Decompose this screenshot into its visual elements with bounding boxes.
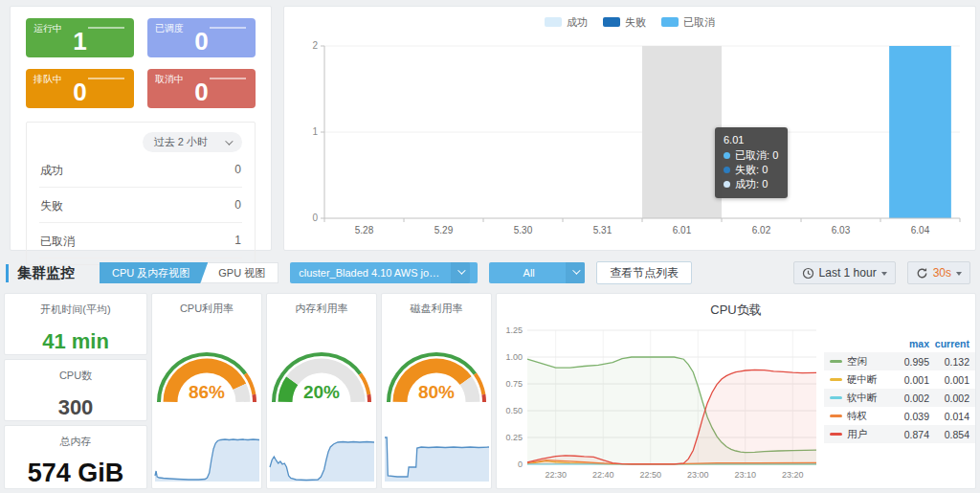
series-name: 用户: [847, 428, 867, 441]
tooltip-value: 0: [762, 178, 768, 190]
section-title: 集群监控: [6, 264, 75, 282]
svg-text:0: 0: [518, 459, 523, 469]
legend-col-current: current: [929, 338, 969, 349]
cluster-stats-column: 开机时间(平均) 41 min CPU数 300 总内存 574 GiB: [4, 293, 147, 489]
tooltip-title: 6.01: [724, 133, 778, 147]
view-node-list-button[interactable]: 查看节点列表: [596, 261, 692, 284]
tooltip-label: 已取消: [735, 149, 772, 161]
svg-text:0.25: 0.25: [505, 433, 523, 442]
chevron-down-icon: [572, 266, 580, 274]
series-current: 0.854: [929, 429, 969, 440]
job-history-panel: 成功 失败 已取消 0125.285.295.305.316.016.026.0…: [283, 6, 976, 251]
refresh-control[interactable]: 30s: [907, 261, 970, 284]
svg-text:5.29: 5.29: [434, 225, 454, 235]
series-swatch-icon: [830, 396, 842, 399]
summary-row-cancelled: 已取消 1: [39, 223, 242, 258]
series-current: 0.132: [929, 356, 969, 368]
svg-text:6.01: 6.01: [673, 225, 692, 235]
svg-text:20%: 20%: [303, 382, 340, 402]
chart-tooltip: 6.01 已取消0 失败0 成功0: [715, 127, 788, 198]
legend-row[interactable]: 硬中断0.0010.001: [824, 370, 975, 389]
svg-text:5.28: 5.28: [355, 225, 374, 235]
stat-card-label: 取消中: [155, 73, 184, 86]
legend-item-cancelled[interactable]: 已取消: [661, 15, 715, 30]
time-range-select[interactable]: 过去 2 小时: [143, 132, 242, 152]
legend-item-success[interactable]: 成功: [545, 15, 588, 30]
series-name: 特权: [847, 410, 867, 423]
node-filter-select[interactable]: All: [489, 262, 585, 283]
time-range-label: 过去 2 小时: [154, 135, 208, 149]
legend-item-failed[interactable]: 失败: [603, 15, 646, 30]
clock-icon: [802, 267, 814, 280]
tab-gpu-view[interactable]: GPU 视图: [202, 262, 278, 283]
summary-value: 0: [234, 163, 241, 179]
stat-card-scheduled: 已调度 0: [147, 18, 256, 57]
job-history-chart[interactable]: 0125.285.295.305.316.016.026.036.04: [284, 31, 969, 251]
job-select[interactable]: cluster_Bladed 4.10 AWS job on 06/04/202…: [290, 262, 478, 283]
legend-row[interactable]: 软中断0.0020.002: [824, 389, 975, 407]
legend-label: 已取消: [683, 15, 715, 30]
summary-row-success: 成功 0: [39, 152, 242, 188]
view-tabs: CPU 及内存视图 GPU 视图: [100, 262, 278, 283]
legend-row[interactable]: 用户0.8740.854: [824, 425, 975, 443]
stat-card-cancelling: 取消中 0: [147, 69, 256, 108]
tooltip-value: 0: [772, 149, 778, 161]
cluster-panels: 开机时间(平均) 41 min CPU数 300 总内存 574 GiB CPU…: [4, 293, 976, 489]
cpu-load-panel: CPU负载 00.250.500.751.001.2522:3022:4022:…: [496, 293, 976, 489]
cpu-load-chart[interactable]: 00.250.500.751.001.2522:3022:4022:5023:0…: [497, 321, 824, 493]
svg-text:86%: 86%: [189, 382, 225, 402]
tooltip-value: 0: [762, 164, 768, 175]
series-name: 空闲: [847, 355, 867, 369]
series-swatch-icon: [830, 433, 842, 436]
uptime-panel: 开机时间(平均) 41 min: [4, 293, 147, 355]
series-current: 0.001: [929, 374, 969, 386]
legend-label: 失败: [625, 15, 646, 30]
legend-row[interactable]: 空闲0.9950.132: [824, 352, 975, 370]
job-select-value: cluster_Bladed 4.10 AWS job on 06/04/202…: [290, 267, 451, 279]
caret-down-icon: [956, 272, 962, 279]
tooltip-row: 已取消0: [724, 148, 778, 163]
panel-title: 开机时间(平均): [5, 303, 146, 317]
cpu-count-panel: CPU数 300: [4, 359, 147, 421]
summary-value: 0: [234, 198, 241, 214]
uptime-value: 41 min: [5, 329, 146, 354]
job-status-cards: 运行中 1 已调度 0 排队中 0 取消中 0: [26, 18, 256, 108]
series-max: 0.002: [889, 392, 929, 404]
memory-utilization-sparkline: [268, 430, 376, 485]
panel-title: CPU利用率: [180, 302, 234, 316]
cpu-utilization-gauge: 86%: [152, 331, 261, 408]
tab-cpu-view[interactable]: CPU 及内存视图: [100, 262, 208, 283]
panel-title: CPU数: [5, 369, 146, 383]
job-status-panel: 运行中 1 已调度 0 排队中 0 取消中 0: [10, 6, 272, 251]
panel-title: CPU负载: [497, 302, 975, 319]
legend-swatch: [661, 17, 679, 27]
legend-swatch: [545, 17, 562, 27]
bar-chart-legend: 成功 失败 已取消: [284, 13, 975, 31]
svg-text:1.25: 1.25: [505, 325, 523, 335]
caret-down-icon: [881, 272, 887, 279]
series-swatch-icon: [830, 378, 842, 381]
series-dot-icon: [724, 167, 730, 173]
series-current: 0.014: [929, 411, 969, 422]
stat-card-label: 已调度: [155, 22, 184, 35]
tooltip-row: 失败0: [724, 163, 778, 177]
total-memory-value: 574 GiB: [5, 459, 146, 488]
series-max: 0.995: [889, 356, 929, 368]
panel-title: 磁盘利用率: [411, 302, 463, 316]
tooltip-label: 成功: [735, 178, 762, 190]
svg-text:0.75: 0.75: [505, 379, 523, 389]
series-max: 0.874: [889, 429, 929, 440]
stat-card-sparkline: [210, 78, 246, 79]
time-range-picker[interactable]: Last 1 hour: [793, 261, 896, 284]
panel-title: 内存利用率: [296, 302, 348, 316]
legend-swatch: [603, 17, 620, 27]
svg-text:22:30: 22:30: [545, 470, 567, 480]
svg-text:6.02: 6.02: [752, 225, 771, 235]
cpu-utilization-sparkline: [153, 430, 261, 485]
legend-row[interactable]: 特权0.0390.014: [824, 407, 975, 425]
svg-text:80%: 80%: [418, 382, 455, 402]
series-dot-icon: [724, 152, 730, 159]
stat-card-running: 运行中 1: [26, 18, 134, 57]
svg-text:1: 1: [312, 126, 318, 137]
svg-text:1.00: 1.00: [505, 352, 523, 362]
